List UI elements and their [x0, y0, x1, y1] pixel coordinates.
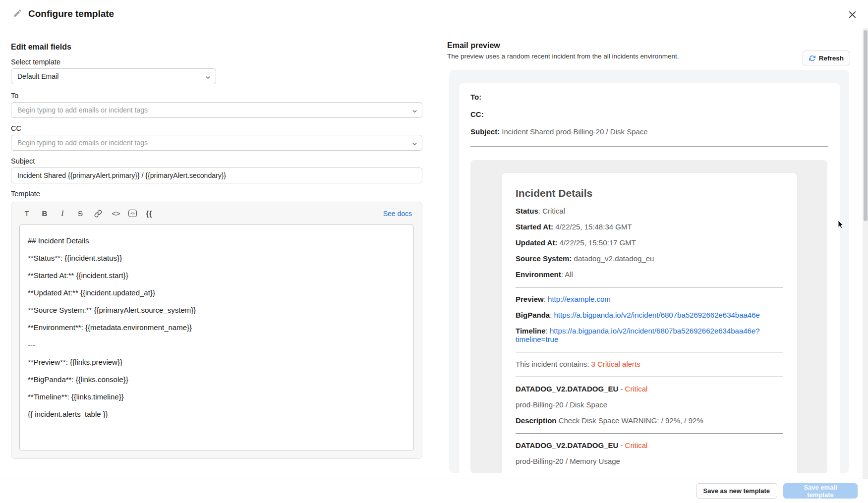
field-status: Status: Critical	[516, 207, 783, 215]
link-preview: Preview: http://example.com	[516, 295, 783, 303]
divider	[516, 433, 783, 434]
save-as-new-template-button[interactable]: Save as new template	[696, 483, 777, 499]
alert-source: DATADOG_V2.DATADOG_EU - Critical	[516, 441, 783, 449]
template-label: Template	[11, 190, 422, 198]
field-source-system: Source System: datadog_v2.datadog_eu	[516, 254, 783, 263]
edit-email-fields-pane: Edit email fields Select template Defaul…	[0, 28, 436, 479]
critical-alerts-count: 3 Critical alerts	[591, 360, 640, 368]
incident-details-title: Incident Details	[516, 187, 783, 199]
italic-icon[interactable]: I	[57, 208, 68, 219]
field-environment: Environment: All	[516, 270, 783, 279]
email-subject: Subject: Incident Shared prod-Billing-20…	[470, 127, 828, 136]
timeline-url-link[interactable]: https://a.bigpanda.io/v2/incident/6807ba…	[516, 327, 760, 343]
alert-title: prod-Billing-20 / Disk Space	[516, 400, 783, 409]
preview-title: Email preview	[447, 41, 500, 50]
text-format-icon[interactable]: T	[21, 208, 32, 219]
chevron-down-icon	[412, 107, 417, 116]
dialog-title: Configure template	[28, 8, 114, 19]
editor-toolbar: T B I S <> <> {{ See docs	[11, 202, 422, 224]
alert-title: prod-Billing-20 / Memory Usage	[516, 457, 783, 465]
preview-container: To: CC: Subject: Incident Shared prod-Bi…	[449, 70, 849, 473]
chevron-down-icon	[412, 140, 417, 149]
to-input[interactable]	[11, 102, 422, 118]
section-title: Edit email fields	[11, 42, 422, 52]
link-bigpanda: BigPanda: https://a.bigpanda.io/v2/incid…	[516, 311, 783, 319]
alert-severity: Critical	[625, 441, 648, 449]
to-label: To	[11, 92, 422, 100]
template-editor: T B I S <> <> {{ See docs ## Incident De…	[11, 202, 422, 459]
preview-url-link[interactable]: http://example.com	[548, 295, 611, 303]
field-updated-at: Updated At: 4/22/25, 15:50:17 GMT	[516, 238, 783, 247]
incident-details-card: Incident Details Status: Critical Starte…	[501, 172, 798, 473]
scrollbar-thumb[interactable]	[864, 30, 868, 221]
see-docs-link[interactable]: See docs	[383, 210, 412, 218]
refresh-icon	[809, 55, 815, 61]
bold-icon[interactable]: B	[39, 208, 50, 219]
code-block-icon[interactable]: <>	[128, 210, 137, 217]
close-button[interactable]	[847, 9, 858, 20]
divider	[516, 377, 783, 377]
incident-contains: This incident contains: 3 Critical alert…	[516, 360, 783, 368]
cc-input[interactable]	[11, 135, 422, 151]
save-email-template-button[interactable]: Save email template	[783, 483, 858, 499]
template-select-value: Default Email	[17, 72, 58, 80]
link-timeline: Timeline: https://a.bigpanda.io/v2/incid…	[516, 327, 783, 343]
pencil-icon	[13, 8, 22, 20]
email-preview-pane: Email preview The preview uses a random …	[437, 28, 868, 479]
divider	[470, 146, 828, 147]
refresh-button[interactable]: Refresh	[803, 51, 850, 65]
template-textarea[interactable]: ## Incident Details **Status**: {{incide…	[19, 224, 414, 450]
chevron-down-icon	[205, 74, 211, 82]
subject-label: Subject	[11, 157, 422, 165]
dialog-footer: Save as new template Save email template	[0, 479, 868, 503]
alert-severity: Critical	[625, 385, 648, 393]
alert-description: Description Check Disk Space WARNING: / …	[516, 416, 783, 425]
email-to: To:	[470, 93, 828, 101]
alert-description: Description Current value 2525524412.7 o…	[516, 473, 783, 473]
email-card: To: CC: Subject: Incident Shared prod-Bi…	[459, 83, 840, 473]
template-select[interactable]: Default Email	[11, 68, 216, 84]
bigpanda-url-link[interactable]: https://a.bigpanda.io/v2/incident/6807ba…	[554, 311, 760, 319]
code-icon[interactable]: <>	[111, 208, 121, 219]
cc-label: CC	[11, 124, 422, 132]
subject-input[interactable]	[11, 168, 422, 183]
refresh-label: Refresh	[819, 55, 844, 62]
email-header: To: CC: Subject: Incident Shared prod-Bi…	[459, 83, 840, 136]
divider	[516, 287, 783, 287]
strikethrough-icon[interactable]: S	[75, 208, 86, 219]
dialog-header: Configure template	[0, 0, 868, 28]
preview-subtitle: The preview uses a random recent inciden…	[447, 53, 679, 60]
divider	[516, 352, 783, 352]
select-template-label: Select template	[11, 58, 422, 66]
alert-source: DATADOG_V2.DATADOG_EU - Critical	[516, 385, 783, 393]
link-icon[interactable]	[93, 208, 104, 219]
template-variable-icon[interactable]: {{	[144, 208, 155, 219]
field-started-at: Started At: 4/22/25, 15:48:34 GMT	[516, 223, 783, 231]
email-cc: CC:	[470, 110, 828, 118]
close-icon	[848, 10, 857, 19]
email-body: Incident Details Status: Critical Starte…	[470, 160, 827, 473]
